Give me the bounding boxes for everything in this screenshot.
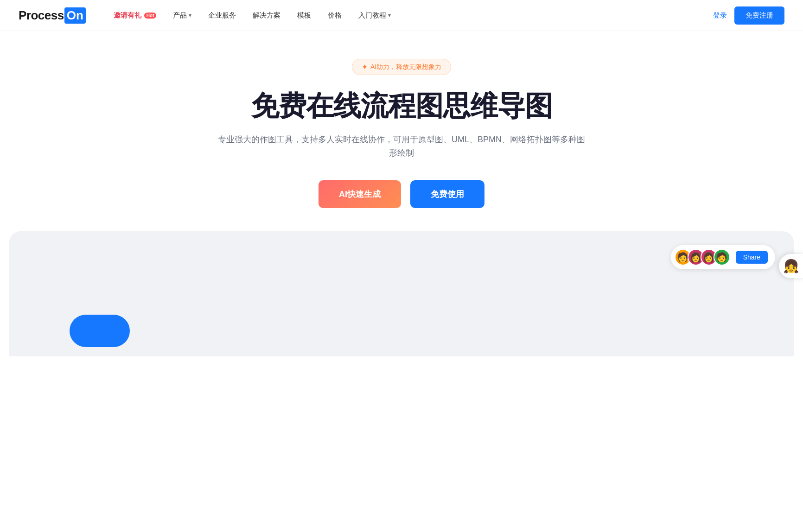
ai-badge-text: AI助力，释放无限想象力	[370, 63, 441, 71]
logo[interactable]: Process On	[19, 7, 86, 24]
register-button[interactable]: 免费注册	[734, 6, 784, 25]
logo-process: Process	[19, 8, 64, 23]
hero-subtitle: 专业强大的作图工具，支持多人实时在线协作，可用于原型图、UML、BPMN、网络拓…	[216, 133, 587, 160]
nav-enterprise[interactable]: 企业服务	[208, 11, 236, 20]
nav-invite-label: 邀请有礼	[114, 11, 141, 20]
ai-generate-button[interactable]: AI快速生成	[319, 180, 401, 208]
nav-tutorial[interactable]: 入门教程 ▾	[358, 11, 391, 20]
demo-blob-shape	[70, 315, 130, 347]
logo-on: On	[64, 7, 86, 24]
nav-product[interactable]: 产品 ▾	[173, 11, 191, 20]
nav-actions: 登录 免费注册	[713, 6, 784, 25]
hero-title: 免费在线流程图思维导图	[251, 90, 552, 122]
tutorial-chevron-icon: ▾	[388, 12, 391, 19]
free-use-button[interactable]: 免费使用	[410, 180, 484, 208]
float-avatar-icon: 👧	[783, 259, 799, 274]
hero-buttons: AI快速生成 免费使用	[319, 180, 484, 208]
navbar: Process On 邀请有礼 Hot 产品 ▾ 企业服务 解决方案 模板 价格…	[0, 0, 803, 31]
avatar-group: 🧑 👩 👩 🧑	[675, 249, 730, 266]
share-button[interactable]: Share	[736, 251, 768, 264]
nav-solutions[interactable]: 解决方案	[253, 11, 280, 20]
nav-price[interactable]: 价格	[328, 11, 342, 20]
hero-section: ✦ AI助力，释放无限想象力 免费在线流程图思维导图 专业强大的作图工具，支持多…	[0, 31, 803, 231]
ai-badge: ✦ AI助力，释放无限想象力	[352, 59, 451, 75]
avatar-4: 🧑	[714, 249, 730, 266]
login-button[interactable]: 登录	[713, 11, 727, 20]
product-chevron-icon: ▾	[189, 12, 191, 19]
sparkle-icon: ✦	[362, 63, 368, 71]
nav-invite[interactable]: 邀请有礼 Hot	[114, 11, 157, 20]
nav-templates[interactable]: 模板	[297, 11, 311, 20]
hot-badge: Hot	[144, 13, 157, 19]
float-chat-avatar[interactable]: 👧	[779, 254, 803, 278]
share-bar: 🧑 👩 👩 🧑 Share	[671, 245, 775, 269]
nav-links: 邀请有礼 Hot 产品 ▾ 企业服务 解决方案 模板 价格 入门教程 ▾	[114, 11, 713, 20]
demo-section: 🧑 👩 👩 🧑 Share	[9, 231, 794, 356]
